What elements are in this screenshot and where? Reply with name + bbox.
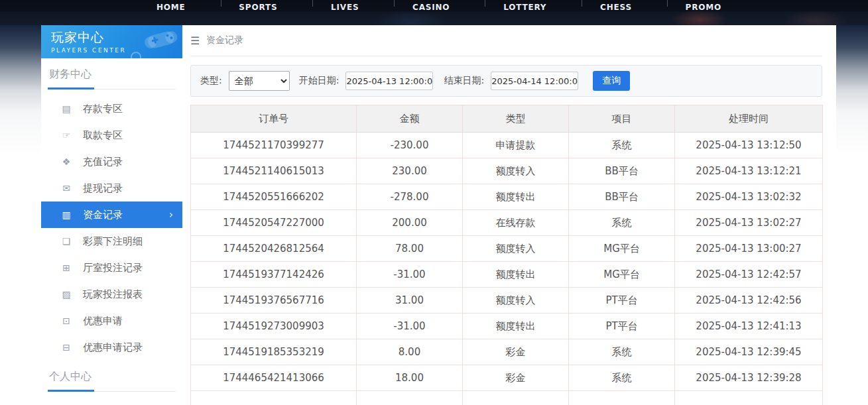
sidebar-menu-item[interactable]: ☞ 取款专区	[41, 122, 182, 148]
menu-item-label: 优惠申请记录	[83, 341, 143, 354]
start-date-input[interactable]	[345, 72, 433, 90]
cell-amount: 200.00	[357, 210, 463, 236]
cell-project: MG平台	[569, 236, 675, 262]
cell-amount: -31.00	[357, 314, 463, 339]
cell-type: 申请提款	[463, 133, 569, 158]
table-partial-row-container	[191, 391, 823, 405]
type-select[interactable]: 全部	[229, 71, 290, 91]
section-underline	[48, 87, 176, 89]
sidebar-menu-item[interactable]: ⊡ 优惠申请	[41, 308, 182, 334]
sidebar-menu-item[interactable]: ❏ 彩票下注明细	[41, 228, 182, 255]
promo-apply-icon: ⊡	[60, 316, 73, 326]
cell-order-no: 1744465421413066	[191, 365, 357, 391]
cell-process-time: 2025-04-13 13:02:27	[675, 210, 823, 236]
player-bet-report-icon: ▨	[60, 289, 73, 300]
column-header: 金额	[357, 105, 463, 133]
cell-project: BB平台	[569, 184, 675, 210]
section-underline	[48, 390, 176, 392]
cell-process-time: 2025-04-13 12:42:57	[675, 262, 823, 288]
nav-item[interactable]: PROMO	[662, 0, 745, 13]
cell-amount: -230.00	[357, 133, 463, 158]
table-row: 1744519377142426 -31.00 额度转出 MG平台 2025-0…	[191, 262, 823, 288]
cell-type: 额度转出	[463, 262, 569, 288]
withdraw-hand-icon: ☞	[60, 130, 73, 141]
cell-amount: 78.00	[357, 236, 463, 262]
cell-order-no: 1744519185353219	[191, 339, 357, 365]
table-row: 1744521140615013 230.00 额度转入 BB平台 2025-0…	[191, 158, 823, 184]
hamburger-menu-icon[interactable]: ☰	[190, 34, 200, 47]
page-title: 资金记录	[206, 34, 243, 46]
personal-menu: ♟ 消息公告	[41, 398, 182, 405]
main-content: ☰ 资金记录 类型: 全部 开始日期: 结束日期: 查询 订单号金额类型项目处理…	[182, 25, 836, 405]
menu-item-label: 提现记录	[83, 182, 123, 195]
cell-type: 彩金	[463, 339, 569, 365]
table-row: 1744521170399277 -230.00 申请提款 系统 2025-04…	[191, 133, 823, 158]
sidebar-menu-item[interactable]: ▨ 玩家投注报表	[41, 281, 182, 308]
cell-process-time: 2025-04-13 13:00:27	[675, 236, 823, 262]
table-row: 1744519185353219 8.00 彩金 系统 2025-04-13 1…	[191, 339, 823, 365]
cell-project: BB平台	[569, 158, 675, 184]
start-date-label: 开始日期:	[299, 75, 340, 87]
cell-process-time: 2025-04-13 12:39:28	[675, 365, 823, 391]
gamepad-icon	[144, 28, 178, 53]
nav-item[interactable]: SPORTS	[215, 0, 301, 13]
sidebar-menu-item[interactable]: ▤ 存款专区	[41, 95, 182, 122]
menu-item-label: 彩票下注明细	[83, 235, 143, 248]
cell-order-no: 1744520551666202	[191, 184, 357, 210]
top-navigation: HOME SPORTS LIVES CASINO LOTTERY CHESS P…	[0, 0, 868, 25]
table-row: 1744465421413066 18.00 彩金 系统 2025-04-13 …	[191, 365, 823, 391]
sidebar-menu-item[interactable]: ❖ 充值记录	[41, 148, 182, 175]
sidebar-menu-item[interactable]: ⊟ 优惠申请记录	[41, 334, 182, 361]
deposit-card-icon: ▤	[60, 103, 73, 114]
table-row: 1744520547227000 200.00 在线存款 系统 2025-04-…	[191, 210, 823, 236]
sidebar-menu-item[interactable]: ▥ 资金记录 ›	[41, 202, 182, 228]
table-row: 1744520551666202 -278.00 额度转出 BB平台 2025-…	[191, 184, 823, 210]
promo-apply-record-icon: ⊟	[60, 342, 73, 353]
cell-order-no: 1744521140615013	[191, 158, 357, 184]
sidebar-menu-item[interactable]: ♟ 消息公告	[41, 398, 182, 405]
cell-process-time: 2025-04-13 12:42:56	[675, 288, 823, 314]
table-header-row: 订单号金额类型项目处理时间	[191, 105, 823, 133]
players-center-header: 玩家中心 PLAYERS CENTER	[41, 25, 182, 58]
cell-order-no: 1744520426812564	[191, 236, 357, 262]
menu-item-label: 取款专区	[83, 129, 123, 142]
end-date-input[interactable]	[491, 72, 578, 90]
nav-item[interactable]: CHESS	[576, 0, 656, 13]
nav-item[interactable]: LOTTERY	[479, 0, 570, 13]
nav-item[interactable]: HOME	[133, 0, 210, 13]
cell-type: 额度转出	[463, 184, 569, 210]
table-row: 1744519376567716 31.00 额度转入 PT平台 2025-04…	[191, 288, 823, 314]
sidebar: 玩家中心 PLAYERS CENTER 财务中心	[41, 25, 182, 405]
cell-type: 在线存款	[463, 210, 569, 236]
cell-project: MG平台	[569, 262, 675, 288]
cell-amount: 18.00	[357, 365, 463, 391]
filter-bar: 类型: 全部 开始日期: 结束日期: 查询	[190, 65, 822, 97]
sidebar-menu-item[interactable]: ⊞ 厅室投注记录	[41, 255, 182, 281]
sidebar-menu-item[interactable]: ✉ 提现记录	[41, 175, 182, 202]
hall-bet-record-icon: ⊞	[60, 262, 73, 273]
cell-project: 系统	[569, 133, 675, 158]
funds-record-icon: ▥	[60, 209, 73, 220]
menu-item-label: 充值记录	[83, 156, 123, 168]
nav-item-label: PROMO	[686, 3, 721, 12]
menu-item-label: 玩家投注报表	[83, 288, 143, 301]
nav-item[interactable]: CASINO	[389, 0, 473, 13]
nav-item-label: HOME	[156, 3, 186, 12]
nav-item[interactable]: LIVES	[307, 0, 383, 13]
cell-process-time: 2025-04-13 13:12:50	[675, 133, 823, 158]
table-row-partial	[191, 391, 823, 405]
column-header: 订单号	[191, 105, 357, 133]
withdrawal-record-icon: ✉	[60, 183, 73, 194]
cell-type: 额度转入	[463, 236, 569, 262]
chevron-right-icon: ›	[169, 209, 173, 221]
nav-item-label: LOTTERY	[503, 3, 546, 12]
cell-project: 系统	[569, 365, 675, 391]
nav-item-label: SPORTS	[239, 3, 277, 12]
cell-amount: 230.00	[357, 158, 463, 184]
cell-order-no: 1744519273009903	[191, 314, 357, 339]
search-button[interactable]: 查询	[593, 71, 630, 91]
finance-section-title: 财务中心	[48, 68, 176, 82]
cell-type: 额度转出	[463, 314, 569, 339]
cell-project: 系统	[569, 339, 675, 365]
column-header: 类型	[463, 105, 569, 133]
